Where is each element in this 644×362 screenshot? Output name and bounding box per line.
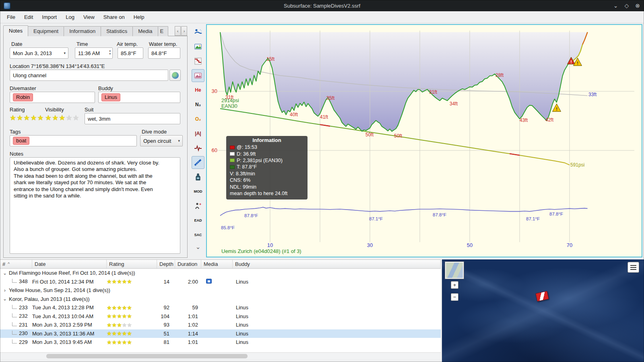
- scrollbar-thumb[interactable]: [46, 354, 248, 358]
- photos-icon[interactable]: [192, 40, 204, 53]
- menu-edit[interactable]: Edit: [20, 12, 37, 22]
- show-photos-toggle[interactable]: [192, 69, 204, 82]
- dive-row[interactable]: 229Mon Jun 3, 2013 9:45 AM★★★★★811:01Lin…: [0, 338, 441, 347]
- mod-icon[interactable]: MOD: [192, 185, 204, 198]
- close-icon[interactable]: ⊗: [635, 2, 640, 9]
- menu-file[interactable]: File: [2, 12, 20, 22]
- photo-icon[interactable]: [206, 279, 212, 284]
- legend-swatch: [230, 165, 235, 169]
- dive-row[interactable]: 230Mon Jun 3, 2013 11:36 AM★★★★★511:14Li…: [0, 329, 441, 338]
- menu-log[interactable]: Log: [61, 12, 79, 22]
- profile-label: 85.8°F: [221, 225, 235, 230]
- tags-input[interactable]: boat: [10, 135, 137, 146]
- oxygen-graph-icon[interactable]: O₂: [192, 113, 204, 125]
- tissue-ceiling-icon[interactable]: |A|: [192, 127, 204, 140]
- divemaster-tag[interactable]: Robin: [13, 93, 33, 101]
- heartrate-icon[interactable]: [192, 142, 204, 154]
- column-header-num[interactable]: #^: [0, 260, 32, 268]
- tag-pill[interactable]: boat: [13, 137, 29, 145]
- time-label: Time: [76, 41, 88, 47]
- star-icon: ★: [127, 279, 132, 284]
- suit-input[interactable]: wet, 3mm: [85, 113, 180, 124]
- map-menu-button[interactable]: [627, 262, 639, 273]
- dive-rating: ★★★★★: [107, 322, 157, 328]
- zoom-out-button[interactable]: −: [451, 293, 458, 301]
- tab-media[interactable]: Media: [132, 26, 158, 36]
- diver-icon[interactable]: [192, 26, 204, 39]
- water-temp-input[interactable]: 84.8°F: [148, 47, 180, 59]
- dive-duration: 1:01: [175, 313, 201, 319]
- nitrogen-graph-icon[interactable]: N₂: [192, 98, 204, 111]
- chevron-down-icon[interactable]: ⌄: [2, 270, 8, 276]
- dive-row[interactable]: 232Tue Jun 4, 2013 10:04 AM★★★★★1041:01L…: [0, 312, 441, 321]
- column-header-depth[interactable]: Depth: [157, 260, 175, 268]
- column-header-date[interactable]: Date: [32, 260, 107, 268]
- divemaster-input[interactable]: Robin: [10, 92, 95, 103]
- tab-scroll-left-button[interactable]: ‹: [175, 26, 181, 36]
- salinity-icon[interactable]: [192, 171, 204, 183]
- map-overview-thumbnail[interactable]: [445, 262, 464, 279]
- location-value: Ulong channel: [13, 72, 46, 78]
- tab-statistics[interactable]: Statistics: [101, 26, 133, 36]
- ruler-icon[interactable]: [192, 156, 204, 169]
- dive-profile-panel[interactable]: 1030507030602914psiEAN3031ft15ft40ft41ft…: [206, 24, 642, 257]
- dive-date: Mon Jun 3, 2013 9:45 AM: [32, 339, 107, 345]
- notes-textarea[interactable]: Unbelievable dive. Dozens and dozens of …: [10, 157, 180, 254]
- dc-ceiling-icon[interactable]: [192, 55, 204, 68]
- column-header-buddy[interactable]: Buddy: [233, 260, 441, 268]
- trip-row[interactable]: ›Yellow House, Sun Sep 21, 2014 (1 dive(…: [0, 286, 441, 295]
- svg-text:+: +: [199, 202, 201, 206]
- menu-share-on[interactable]: Share on: [99, 12, 129, 22]
- minimize-icon[interactable]: ⌄: [613, 2, 618, 9]
- chevron-right-icon[interactable]: ›: [2, 288, 8, 293]
- rating-label: Rating: [10, 107, 25, 113]
- trip-row[interactable]: ⌄Divi Flamingo House Reef, Fri Oct 10, 2…: [0, 269, 441, 278]
- buddy-input[interactable]: Linus: [98, 92, 180, 103]
- tab-information[interactable]: Information: [64, 26, 101, 36]
- notes-label: Notes: [10, 151, 23, 157]
- spin-down-icon[interactable]: ▾: [109, 52, 111, 56]
- menu-import[interactable]: Import: [37, 12, 61, 22]
- column-header-media[interactable]: Media: [201, 260, 233, 268]
- tab-e[interactable]: E: [158, 26, 168, 36]
- spin-up-icon[interactable]: ▴: [109, 49, 111, 52]
- column-header-duration[interactable]: Duration: [175, 260, 201, 268]
- zoom-in-button[interactable]: +: [451, 281, 458, 289]
- info-row: V: 8.3ft/min: [230, 171, 304, 177]
- air-temp-input[interactable]: 85.8°F: [118, 47, 143, 59]
- visibility-stars[interactable]: ★★★★★: [45, 114, 79, 121]
- trip-row[interactable]: ⌄Koror, Palau, Jun 2013 (11 dive(s)): [0, 295, 441, 304]
- horizontal-scrollbar[interactable]: [0, 352, 441, 359]
- menu-help[interactable]: Help: [129, 12, 149, 22]
- column-header-rating[interactable]: Rating: [107, 260, 157, 268]
- globe-button[interactable]: [169, 70, 181, 81]
- date-select[interactable]: Mon Jun 3, 2013 ▾: [10, 47, 68, 59]
- star-icon: ★: [37, 114, 44, 121]
- sac-rate-icon[interactable]: +: [192, 200, 204, 212]
- toolbar-scroll-down-button[interactable]: ⌄: [192, 243, 204, 252]
- dive-row[interactable]: 231Mon Jun 3, 2013 2:59 PM★★★★★931:02Lin…: [0, 321, 441, 329]
- map-panel[interactable]: + −: [442, 259, 644, 362]
- dive-rating: ★★★★★: [107, 313, 157, 319]
- dive-row[interactable]: 348Fri Oct 10, 2014 12:34 PM★★★★★142:00L…: [0, 278, 441, 286]
- chevron-down-icon[interactable]: ⌄: [2, 296, 8, 302]
- helium-graph-icon[interactable]: He: [192, 84, 204, 97]
- ead-icon[interactable]: EAD: [192, 214, 204, 227]
- dive-row[interactable]: 233Tue Jun 4, 2013 12:28 PM★★★★★9259Linu…: [0, 303, 441, 312]
- info-row: CNS: 6%: [230, 177, 304, 183]
- maximize-icon[interactable]: ◇: [624, 2, 629, 9]
- location-input[interactable]: Ulong channel: [10, 70, 168, 81]
- dive-buddy: Linus: [233, 322, 441, 328]
- star-icon: ★: [59, 114, 65, 121]
- dive-mode-select[interactable]: Open circuit ▾: [140, 135, 183, 146]
- rating-stars[interactable]: ★★★★★: [10, 114, 44, 121]
- dive-flag-marker[interactable]: [535, 291, 549, 302]
- tab-equipment[interactable]: Equipment: [28, 26, 64, 36]
- menu-view[interactable]: View: [79, 12, 99, 22]
- buddy-tag[interactable]: Linus: [101, 93, 120, 101]
- sac-icon[interactable]: SAC: [192, 228, 204, 241]
- tab-scroll-right-button[interactable]: ›: [181, 26, 187, 36]
- tab-notes[interactable]: Notes: [3, 25, 28, 36]
- time-input[interactable]: 11:36 AM ▴ ▾: [75, 47, 113, 59]
- star-icon: ★: [107, 313, 112, 319]
